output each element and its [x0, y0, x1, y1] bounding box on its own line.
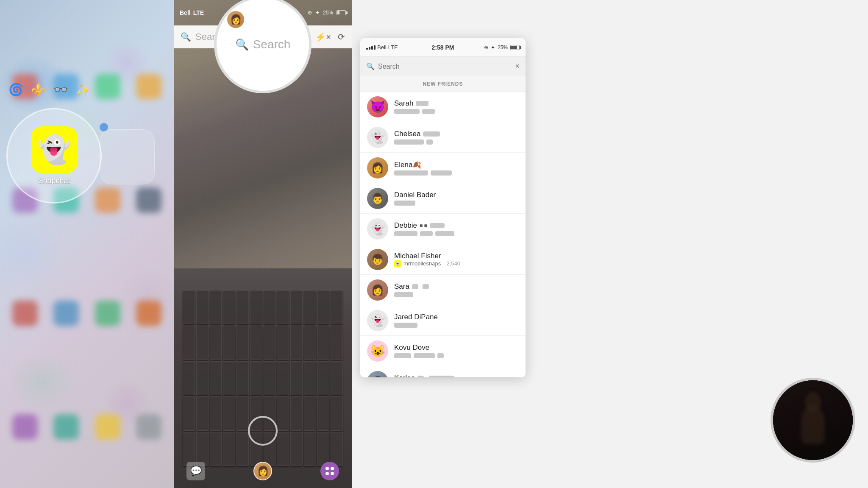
redacted-2 — [423, 284, 429, 289]
discover-dot-4 — [331, 472, 334, 475]
key-10 — [304, 290, 316, 324]
friend-item-chelsea[interactable]: 👻 Chelsea — [360, 122, 526, 153]
friends-list: 😈 Sarah 👻 Chelsea — [360, 92, 526, 377]
key-13 — [183, 326, 195, 360]
friend-name-chelsea: Chelsea — [394, 130, 519, 138]
key-41 — [236, 396, 249, 430]
key-20 — [277, 326, 289, 360]
key-21 — [290, 326, 303, 360]
status-right-group: ⊕ ✦ 25% — [484, 45, 520, 50]
friend-name-sarah: Sarah — [394, 99, 519, 108]
key-18 — [250, 326, 262, 360]
chat-icon: 💬 — [190, 466, 202, 477]
carrier-info: Bell LTE — [180, 9, 204, 16]
key-40 — [223, 396, 235, 430]
emoji-glasses: 👓 — [53, 83, 68, 97]
key-14 — [196, 326, 209, 360]
michael-username-row: 👻 mrmobilesnaps · 2,540 — [394, 260, 519, 267]
michael-count: · 2,540 — [443, 260, 460, 267]
network-type: LTE — [193, 9, 204, 16]
snapchat-mini-icon: 👻 — [394, 260, 401, 267]
carrier-label: Bell — [377, 44, 387, 50]
friend-avatar-sara: 👩 — [367, 279, 388, 301]
blurred-app-13 — [12, 414, 38, 440]
battery-level — [511, 46, 517, 49]
friend-info-jared: Jared DiPane — [394, 313, 519, 328]
chat-button[interactable]: 💬 — [186, 462, 205, 480]
snapchat-app-circle[interactable]: 👻 Snapchat — [6, 108, 102, 204]
key-22 — [304, 326, 316, 360]
michael-username: mrmobilesnaps — [403, 260, 441, 267]
friend-item-debbie[interactable]: 👻 Debbie ■ ■ — [360, 214, 526, 244]
friend-name-elena: Elena🍂 — [394, 160, 519, 169]
magnified-search-area: 🔍 Search — [228, 38, 298, 51]
app-folder[interactable] — [100, 129, 155, 184]
debbie-extra: ■ ■ — [420, 223, 427, 229]
flip-camera-icon[interactable]: ⟳ — [338, 32, 345, 42]
signal-bar-3 — [371, 46, 373, 50]
search-icon: 🔍 — [181, 32, 191, 42]
profile-bg — [773, 380, 853, 460]
search-icon: 🔍 — [366, 62, 375, 70]
redacted-1 — [394, 109, 420, 114]
discover-dot-3 — [326, 472, 329, 475]
head-silhouette — [805, 392, 821, 412]
key-39 — [210, 396, 222, 430]
flash-icon[interactable]: ⚡× — [315, 32, 331, 42]
blurred-app-8 — [136, 187, 161, 213]
redacted-2 — [420, 231, 433, 236]
close-button[interactable]: × — [515, 62, 520, 71]
snapchat-icon[interactable]: 👻 — [31, 126, 78, 173]
friend-item-jared[interactable]: 👻 Jared DiPane — [360, 305, 526, 336]
status-icons-right: ⊕ ✦ 25% — [308, 10, 346, 16]
key-29 — [236, 361, 249, 395]
friends-search-bar[interactable]: 🔍 × — [360, 57, 526, 76]
key-37 — [183, 396, 195, 430]
friend-item-sarah[interactable]: 😈 Sarah — [360, 92, 526, 122]
friend-item-daniel[interactable]: 👨 Daniel Bader — [360, 183, 526, 214]
friend-item-michael[interactable]: 👦 Michael Fisher 👻 mrmobilesnaps · 2,540 — [360, 244, 526, 275]
friend-info-sarah: Sarah — [394, 99, 519, 114]
camera-bottom-bar: 💬 👩 — [174, 454, 352, 488]
battery-percent-label: 25% — [498, 45, 508, 50]
profile-preview-circle — [771, 378, 855, 463]
camera-panel: Bell LTE ⊕ ✦ 25% 🔍 Search ⚡× ⟳ 🔍 Search — [174, 0, 352, 488]
friend-item-elena[interactable]: 👩 Elena🍂 — [360, 153, 526, 183]
discover-button[interactable] — [320, 462, 339, 480]
emoji-swirl: 🌀 — [8, 83, 23, 97]
blurred-app-7 — [95, 187, 120, 213]
emoji-row: 🌀 ⚜️ 👓 ✨ — [8, 83, 91, 97]
blurred-app-4 — [136, 74, 161, 99]
magnifier-avatar: 👩 — [227, 11, 244, 28]
network-label: LTE — [388, 44, 398, 50]
search-input[interactable] — [378, 63, 512, 70]
friend-item-kovu[interactable]: 😺 Kovu Dove — [360, 336, 526, 366]
redacted-1 — [394, 353, 411, 358]
redacted-text — [423, 131, 440, 137]
redacted-2 — [429, 376, 454, 377]
friend-item-sara[interactable]: 👩 Sara — [360, 275, 526, 305]
phone-frame: Bell LTE 2:58 PM ⊕ ✦ 25% 🔍 × NEW FRIENDS — [360, 38, 526, 377]
key-48 — [331, 396, 343, 430]
battery-percent: 25% — [323, 10, 333, 16]
user-avatar-button[interactable]: 👩 — [253, 462, 272, 480]
shutter-ring[interactable] — [248, 416, 278, 446]
friends-panel: Bell LTE 2:58 PM ⊕ ✦ 25% 🔍 × NEW FRIENDS — [352, 0, 868, 488]
battery-indicator — [510, 45, 520, 50]
key-19 — [264, 326, 276, 360]
friend-sub-sara — [394, 292, 519, 297]
key-23 — [317, 326, 330, 360]
new-friends-section-header: NEW FRIENDS — [360, 76, 526, 92]
redacted-1 — [394, 231, 417, 236]
key-30 — [250, 361, 262, 395]
friend-item-karlee[interactable]: 👩‍🦱 Karlee — [360, 366, 526, 377]
snapchat-ghost-icon: 👻 — [37, 136, 71, 163]
key-45 — [290, 396, 303, 430]
key-44 — [277, 396, 289, 430]
friend-avatar-michael: 👦 — [367, 249, 388, 270]
key-36 — [331, 361, 343, 395]
key-34 — [304, 361, 316, 395]
user-avatar-icon: 👩 — [257, 466, 269, 477]
bluetooth-signal-icon: ✦ — [491, 45, 495, 50]
redacted-2 — [431, 170, 452, 176]
